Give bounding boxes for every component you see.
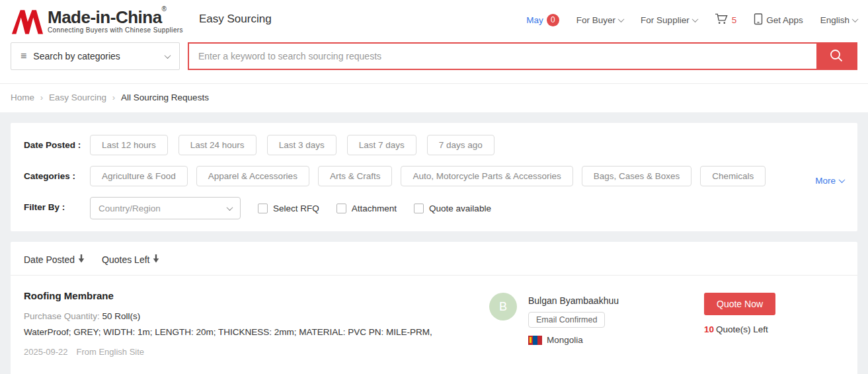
sourcing-requests-list: Date Posted Quotes Left Roofing Membrane… [11,242,857,374]
breadcrumb-current: All Sourcing Requests [121,93,209,102]
category-chip-agriculture-food[interactable]: Agriculture & Food [90,166,188,186]
filter-chip-7-days-ago[interactable]: 7 days ago [427,135,494,155]
chevron-down-icon [618,16,625,22]
checkbox-icon [258,204,268,213]
chevron-down-icon [227,204,233,211]
brand-tagline: Connecting Buyers with Chinese Suppliers [48,27,183,34]
sort-descending-icon [153,254,159,265]
cart-count: 5 [732,15,737,25]
buyer-name: Bulgan Byambaakhuu [528,293,619,306]
mongolia-flag-icon [528,336,542,345]
quotes-left-count: 10 [704,324,714,334]
request-description: WaterProof; GREY; WIDTH: 1m; LENGTH: 20m… [24,327,476,337]
nav-user-may[interactable]: May 0 [526,14,559,26]
buyer-info: B Bulgan Byambaakhuu Email Confirmed Mon… [489,290,704,357]
filter-chip-last-24-hours[interactable]: Last 24 hours [178,135,256,155]
filter-by-row: Filter By : Country/Region Select RFQ At… [24,197,844,219]
country-region-dropdown[interactable]: Country/Region [90,197,241,219]
user-name: May [526,15,543,25]
categories-filter-row: Categories : Agriculture & Food Apparel … [24,166,844,190]
sourcing-request-row: Roofing Membrane Purchase Quantity: 50 R… [11,276,857,374]
chevron-down-icon [165,52,171,59]
sort-descending-icon [78,254,85,265]
checkbox-select-rfq[interactable]: Select RFQ [258,197,319,219]
filter-chip-last-3-days[interactable]: Last 3 days [267,135,336,155]
nav-cart[interactable]: 5 [715,13,737,27]
search-icon [829,48,844,65]
chevron-down-icon [691,16,698,22]
filter-chip-last-12-hours[interactable]: Last 12 hours [90,135,168,155]
notification-badge: 0 [547,14,559,26]
nav-for-supplier[interactable]: For Supplier [641,15,697,25]
logo-m-icon [11,7,44,35]
checkbox-icon [336,204,346,213]
registered-mark: ® [162,5,167,13]
request-title[interactable]: Roofing Membrane [24,290,476,301]
category-chip-bags-cases-boxes[interactable]: Bags, Cases & Boxes [582,166,692,186]
breadcrumb: Home › Easy Sourcing › All Sourcing Requ… [0,83,868,112]
category-selector-dropdown[interactable]: ≡ Search by categories [11,42,180,70]
nav-language[interactable]: English [820,15,857,25]
search-button[interactable] [816,44,856,69]
request-source: From English Site [77,347,145,357]
sort-by-quotes-left[interactable]: Quotes Left [102,254,159,265]
sort-bar: Date Posted Quotes Left [11,242,857,276]
chevron-down-icon [839,176,846,183]
keyword-search-input[interactable] [189,44,816,69]
date-posted-label: Date Posted : [24,135,90,150]
page-title: Easy Sourcing [199,13,272,28]
quote-now-button[interactable]: Quote Now [704,293,775,315]
cart-icon [715,13,729,27]
breadcrumb-separator: › [40,93,43,102]
category-chip-arts-crafts[interactable]: Arts & Crafts [318,166,393,186]
checkbox-attachment[interactable]: Attachment [336,197,397,219]
mobile-phone-icon [754,13,763,27]
quotes-left: 10Quote(s) Left [704,324,844,334]
filter-by-label: Filter By : [24,197,90,212]
breadcrumb-separator: › [112,93,115,102]
filter-chip-last-7-days[interactable]: Last 7 days [347,135,416,155]
chevron-down-icon [852,16,859,22]
category-chip-apparel-accessories[interactable]: Apparel & Accessories [196,166,309,186]
breadcrumb-home[interactable]: Home [11,93,34,102]
top-header: Made-in-China® Connecting Buyers with Ch… [0,0,868,83]
search-bar: ≡ Search by categories [11,42,857,83]
buyer-country: Mongolia [547,335,583,345]
purchase-quantity-value: 50 Roll(s) [102,311,141,321]
category-chip-chemicals[interactable]: Chemicals [700,166,766,186]
more-categories-link[interactable]: More [815,170,844,186]
sort-by-date-posted[interactable]: Date Posted [24,254,85,265]
checkbox-icon [414,204,424,213]
nav-get-apps[interactable]: Get Apps [754,13,803,27]
breadcrumb-easy-sourcing[interactable]: Easy Sourcing [49,93,106,102]
brand-name: Made-in-China® [48,6,183,26]
nav-for-buyer[interactable]: For Buyer [576,15,623,25]
date-posted-filter-row: Date Posted : Last 12 hours Last 24 hour… [24,135,844,159]
buyer-avatar: B [489,293,517,320]
hamburger-icon: ≡ [20,50,26,62]
made-in-china-logo[interactable]: Made-in-China® Connecting Buyers with Ch… [11,6,183,35]
category-selector-label: Search by categories [33,51,159,61]
request-date: 2025-09-22 [24,347,68,357]
checkbox-quote-available[interactable]: Quote available [414,197,491,219]
categories-label: Categories : [24,166,90,181]
email-confirmed-badge: Email Confirmed [528,312,605,328]
purchase-quantity-label: Purchase Quantity: [24,311,100,321]
category-chip-auto-motorcycle[interactable]: Auto, Motorcycle Parts & Accessories [401,166,572,186]
filters-panel: Date Posted : Last 12 hours Last 24 hour… [11,123,857,231]
